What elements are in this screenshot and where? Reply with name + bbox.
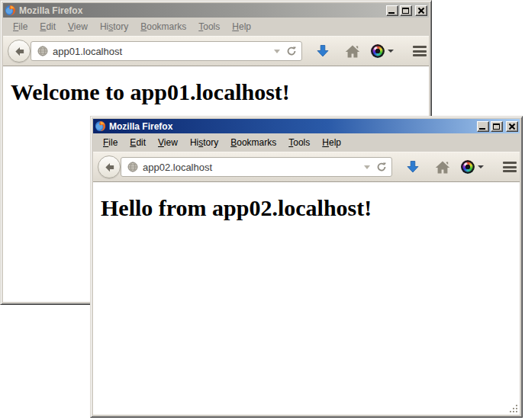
firefox-window-app02: Mozilla Firefox File Edit View History B…: [90, 116, 523, 418]
addon-color-wheel-button[interactable]: [371, 44, 394, 58]
page-heading: Welcome to app01.localhost!: [11, 79, 429, 105]
addon-color-wheel-button[interactable]: [461, 160, 484, 174]
back-arrow-icon: [104, 162, 115, 173]
firefox-logo-icon: [95, 120, 106, 132]
home-icon[interactable]: [435, 160, 450, 175]
menu-view[interactable]: View: [152, 135, 184, 150]
menu-file[interactable]: File: [7, 19, 34, 34]
url-input[interactable]: [143, 158, 361, 176]
reload-icon[interactable]: [376, 162, 387, 172]
page-content: Hello from app02.localhost!: [93, 182, 520, 415]
url-dropdown-icon[interactable]: [364, 165, 370, 169]
page-heading: Hello from app02.localhost!: [101, 195, 520, 221]
menu-bar: File Edit View History Bookmarks Tools H…: [93, 133, 520, 152]
menu-edit[interactable]: Edit: [34, 19, 62, 34]
menu-history[interactable]: History: [94, 19, 134, 34]
url-bar[interactable]: [121, 157, 392, 177]
back-arrow-icon: [14, 46, 25, 57]
menu-tools[interactable]: Tools: [192, 19, 226, 34]
menu-tools[interactable]: Tools: [282, 135, 316, 150]
reload-icon[interactable]: [286, 46, 297, 56]
navigation-toolbar: [93, 152, 520, 182]
menu-help[interactable]: Help: [316, 135, 347, 150]
close-button[interactable]: [415, 5, 427, 16]
firefox-logo-icon: [5, 5, 16, 16]
titlebar[interactable]: Mozilla Firefox: [93, 119, 520, 133]
app-menu-button[interactable]: [413, 43, 427, 59]
menu-bookmarks[interactable]: Bookmarks: [134, 19, 192, 34]
app-menu-button[interactable]: [503, 159, 517, 175]
menu-file[interactable]: File: [97, 135, 124, 150]
menu-view[interactable]: View: [62, 19, 94, 34]
url-bar[interactable]: [31, 41, 302, 61]
maximize-button[interactable]: [491, 121, 503, 132]
window-title: Mozilla Firefox: [19, 5, 385, 16]
url-input[interactable]: [53, 42, 271, 60]
window-title: Mozilla Firefox: [109, 121, 475, 132]
minimize-button[interactable]: [386, 5, 398, 16]
site-identity-globe-icon[interactable]: [127, 162, 138, 172]
close-button[interactable]: [506, 121, 518, 132]
color-wheel-icon: [461, 160, 475, 174]
minimize-button[interactable]: [477, 121, 489, 132]
maximize-button[interactable]: [400, 5, 412, 16]
home-icon[interactable]: [345, 44, 360, 59]
menu-history[interactable]: History: [184, 135, 224, 150]
color-wheel-icon: [371, 44, 385, 58]
url-dropdown-icon[interactable]: [274, 50, 280, 53]
back-button[interactable]: [98, 155, 121, 178]
menu-bar: File Edit View History Bookmarks Tools H…: [3, 18, 429, 36]
resize-grip-icon[interactable]: [509, 404, 519, 414]
chevron-down-icon: [388, 50, 394, 53]
navigation-toolbar: [3, 36, 429, 66]
menu-bookmarks[interactable]: Bookmarks: [224, 135, 282, 150]
site-identity-globe-icon[interactable]: [37, 46, 48, 56]
downloads-icon[interactable]: [406, 160, 420, 174]
menu-help[interactable]: Help: [226, 19, 257, 34]
back-button[interactable]: [8, 40, 31, 63]
chevron-down-icon: [478, 165, 484, 168]
menu-edit[interactable]: Edit: [124, 135, 152, 150]
titlebar[interactable]: Mozilla Firefox: [3, 3, 429, 18]
downloads-icon[interactable]: [316, 44, 330, 58]
desktop: Mozilla Firefox File Edit View History B…: [0, 0, 525, 420]
